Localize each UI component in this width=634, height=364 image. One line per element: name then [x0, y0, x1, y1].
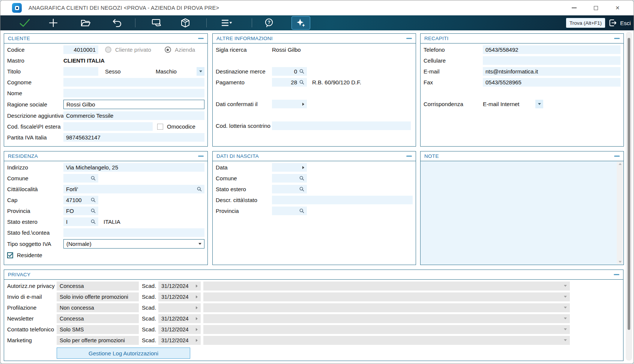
menu-button[interactable]	[218, 16, 235, 29]
lotteria-input[interactable]	[272, 121, 411, 130]
gestione-log-button[interactable]: Gestione Log Autorizzazioni	[57, 348, 190, 359]
privacy-scad-field[interactable]	[158, 303, 201, 312]
collapse-icon[interactable]	[198, 156, 204, 157]
omocodice-checkbox[interactable]	[157, 124, 163, 130]
privacy-value-field[interactable]: Concessa	[57, 282, 139, 291]
privacy-combo[interactable]	[203, 303, 570, 312]
sesso-dropdown-button[interactable]	[197, 67, 204, 76]
date-picker-arrow-icon[interactable]	[196, 317, 198, 320]
data-nascita-input[interactable]	[272, 163, 307, 172]
cod-fiscale-input[interactable]	[63, 122, 153, 131]
nome-input[interactable]	[63, 89, 204, 97]
email-input[interactable]: nts@ntsinformatica.it	[483, 67, 620, 76]
destinazione-input[interactable]: 0	[272, 67, 307, 76]
note-textarea[interactable]	[421, 161, 623, 265]
open-button[interactable]	[77, 16, 94, 29]
partita-iva-input[interactable]: 98745632147	[63, 133, 204, 142]
cellulare-input[interactable]	[483, 56, 620, 65]
collapse-icon[interactable]	[614, 274, 619, 275]
descr-citta-input[interactable]	[272, 196, 413, 204]
minimize-button[interactable]	[568, 2, 580, 13]
privacy-scad-field[interactable]: 31/12/2024	[158, 282, 201, 291]
search-icon[interactable]	[299, 208, 304, 213]
privacy-scad-field[interactable]: 31/12/2024	[158, 336, 201, 345]
dati-confermati-input[interactable]	[272, 100, 307, 108]
close-button[interactable]	[611, 2, 624, 13]
date-picker-arrow-icon[interactable]	[196, 285, 198, 288]
radio-azienda[interactable]	[165, 46, 171, 53]
residente-checkbox[interactable]	[7, 252, 13, 258]
corrispondenza-dropdown-button[interactable]	[535, 100, 543, 108]
search-icon[interactable]	[299, 187, 304, 192]
pagamento-input[interactable]: 28	[272, 78, 307, 87]
collapse-icon[interactable]	[198, 38, 204, 39]
date-picker-arrow-icon[interactable]	[302, 103, 304, 106]
search-icon[interactable]	[299, 176, 304, 181]
ragione-sociale-input[interactable]: Rossi Gilbo	[63, 100, 204, 109]
cognome-input[interactable]	[63, 78, 204, 87]
cap-input[interactable]: 47100	[63, 196, 98, 204]
privacy-combo[interactable]	[203, 282, 570, 291]
customer-situation-button[interactable]	[148, 16, 165, 29]
citta-input[interactable]: Forli'	[63, 185, 204, 193]
comune-nascita-input[interactable]	[272, 174, 307, 183]
scroll-down-icon[interactable]	[619, 261, 622, 263]
search-icon[interactable]	[299, 80, 304, 85]
privacy-scad-field[interactable]: 31/12/2024	[158, 292, 201, 301]
undo-button[interactable]	[109, 16, 125, 29]
collapse-icon[interactable]	[406, 38, 412, 39]
search-icon[interactable]	[299, 69, 304, 74]
scroll-up-icon[interactable]	[619, 163, 622, 165]
date-picker-arrow-icon[interactable]	[302, 166, 304, 169]
privacy-value-field[interactable]: Solo SMS	[57, 325, 139, 334]
privacy-combo[interactable]	[203, 336, 570, 345]
scrollbar-thumb[interactable]	[628, 38, 630, 330]
date-picker-arrow-icon[interactable]	[196, 306, 198, 309]
note-scrollbar[interactable]	[617, 162, 623, 264]
find-input[interactable]: Trova (Alt+F1)	[566, 18, 605, 28]
stato-estero-nascita-input[interactable]	[272, 185, 307, 193]
indirizzo-input[interactable]: Via Michelangelo, 25	[63, 163, 204, 172]
telefono-input[interactable]: 0543/558492	[483, 45, 620, 54]
privacy-combo[interactable]	[203, 325, 570, 334]
search-icon[interactable]	[197, 187, 202, 192]
privacy-value-field[interactable]: Solo invio offerte promozioni	[57, 292, 139, 301]
help-button[interactable]: ?	[261, 16, 277, 29]
package-button[interactable]	[177, 16, 194, 29]
confirm-button[interactable]	[17, 16, 33, 29]
main-scrollbar[interactable]	[626, 32, 632, 361]
privacy-value-field[interactable]: Concessa	[57, 314, 139, 323]
search-icon[interactable]	[91, 176, 96, 181]
fax-input[interactable]: 0543/5528965	[483, 78, 620, 87]
date-picker-arrow-icon[interactable]	[196, 339, 198, 342]
descrizione-input[interactable]: Commercio Tessile	[63, 111, 204, 120]
privacy-combo[interactable]	[203, 314, 570, 323]
collapse-icon[interactable]	[614, 156, 620, 157]
date-picker-arrow-icon[interactable]	[196, 328, 198, 331]
privacy-value-field[interactable]: Non concessa	[57, 303, 139, 312]
collapse-icon[interactable]	[406, 156, 412, 157]
privacy-value-field[interactable]: Solo per offerte promozioni	[57, 336, 139, 345]
ai-assistant-button[interactable]	[291, 16, 310, 30]
stato-fed-input[interactable]	[63, 228, 204, 237]
codice-input[interactable]: 4010001	[63, 45, 98, 54]
radio-cliente-privato[interactable]	[105, 46, 111, 53]
tipo-iva-select[interactable]: (Normale)	[63, 239, 204, 249]
exit-button[interactable]: Esci	[608, 17, 631, 29]
privacy-scad-field[interactable]: 31/12/2024	[158, 314, 201, 323]
privacy-combo[interactable]	[203, 292, 570, 301]
collapse-icon[interactable]	[614, 38, 620, 39]
privacy-row: Invio di e-mail Solo invio offerte promo…	[4, 291, 623, 302]
stato-estero-input[interactable]: I	[63, 217, 98, 226]
new-record-button[interactable]	[45, 16, 62, 29]
provincia-input[interactable]: FO	[63, 207, 98, 215]
search-icon[interactable]	[91, 208, 96, 213]
provincia-nascita-input[interactable]	[272, 207, 307, 215]
titolo-input[interactable]	[63, 67, 98, 76]
search-icon[interactable]	[91, 198, 96, 202]
comune-input[interactable]	[63, 174, 98, 183]
date-picker-arrow-icon[interactable]	[196, 295, 198, 298]
maximize-button[interactable]	[589, 2, 602, 13]
privacy-scad-field[interactable]: 31/12/2024	[158, 325, 201, 334]
search-icon[interactable]	[91, 219, 96, 224]
